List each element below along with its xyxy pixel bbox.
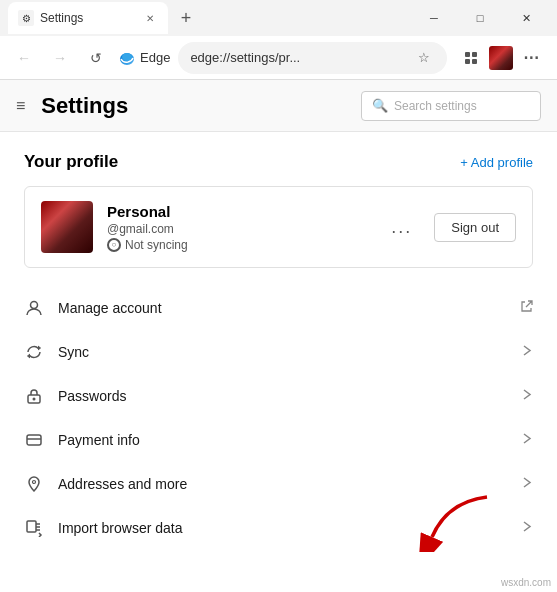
watermark: wsxdn.com bbox=[501, 577, 551, 588]
content-area: ≡ Settings 🔍 Search settings Your profil… bbox=[0, 80, 557, 592]
menu-item-sync[interactable]: Sync bbox=[0, 330, 557, 374]
close-tab-button[interactable]: ✕ bbox=[142, 10, 158, 26]
title-bar: ⚙ Settings ✕ + ─ □ ✕ bbox=[0, 0, 557, 36]
minimize-button[interactable]: ─ bbox=[411, 2, 457, 34]
menu-item-payment-info[interactable]: Payment info bbox=[0, 418, 557, 462]
menu-item-passwords[interactable]: Passwords bbox=[0, 374, 557, 418]
menu-item-import[interactable]: Import browser data bbox=[0, 506, 557, 550]
your-profile-label: Your profile bbox=[24, 152, 118, 172]
window-controls: ─ □ ✕ bbox=[411, 2, 549, 34]
addresses-arrow-icon bbox=[520, 475, 533, 493]
back-button[interactable]: ← bbox=[10, 44, 38, 72]
profile-more-button[interactable]: ... bbox=[383, 213, 420, 242]
svg-point-11 bbox=[33, 481, 36, 484]
address-field[interactable]: edge://settings/pr... ☆ bbox=[178, 42, 447, 74]
svg-rect-4 bbox=[465, 59, 470, 64]
forward-button[interactable]: → bbox=[46, 44, 74, 72]
search-placeholder: Search settings bbox=[394, 99, 477, 113]
profile-card: Personal @gmail.com ○ Not syncing ... Si… bbox=[24, 186, 533, 268]
sync-status: ○ Not syncing bbox=[107, 238, 369, 252]
menu-item-manage-account[interactable]: Manage account bbox=[0, 286, 557, 330]
maximize-button[interactable]: □ bbox=[457, 2, 503, 34]
manage-account-external-icon bbox=[520, 299, 533, 317]
more-tools-icon[interactable]: ⋯ bbox=[515, 42, 547, 74]
svg-rect-5 bbox=[472, 59, 477, 64]
svg-rect-9 bbox=[27, 435, 41, 445]
menu-list: Manage accountSyncPasswordsPayment infoA… bbox=[0, 278, 557, 558]
sync-icon bbox=[24, 342, 44, 362]
browser-actions: ⋯ bbox=[455, 42, 547, 74]
search-settings[interactable]: 🔍 Search settings bbox=[361, 91, 541, 121]
svg-rect-3 bbox=[472, 52, 477, 57]
not-syncing-icon: ○ bbox=[107, 238, 121, 252]
profile-email: @gmail.com bbox=[107, 222, 369, 236]
favorite-icon[interactable]: ☆ bbox=[413, 47, 435, 69]
profile-picture bbox=[41, 201, 93, 253]
collections-icon[interactable] bbox=[455, 42, 487, 74]
refresh-button[interactable]: ↺ bbox=[82, 44, 110, 72]
menu-item-addresses[interactable]: Addresses and more bbox=[0, 462, 557, 506]
edge-label: Edge bbox=[140, 50, 170, 65]
import-label: Import browser data bbox=[58, 520, 506, 536]
svg-rect-2 bbox=[465, 52, 470, 57]
close-window-button[interactable]: ✕ bbox=[503, 2, 549, 34]
tab-title: Settings bbox=[40, 11, 83, 25]
sync-status-text: Not syncing bbox=[125, 238, 188, 252]
profile-avatar[interactable] bbox=[489, 46, 513, 70]
manage-account-icon bbox=[24, 298, 44, 318]
search-icon: 🔍 bbox=[372, 98, 388, 113]
tab-settings-icon: ⚙ bbox=[18, 10, 34, 26]
addresses-label: Addresses and more bbox=[58, 476, 506, 492]
passwords-arrow-icon bbox=[520, 387, 533, 405]
sync-arrow-icon bbox=[520, 343, 533, 361]
active-tab[interactable]: ⚙ Settings ✕ bbox=[8, 2, 168, 34]
address-text: edge://settings/pr... bbox=[190, 50, 407, 65]
sync-label: Sync bbox=[58, 344, 506, 360]
settings-header: ≡ Settings 🔍 Search settings bbox=[0, 80, 557, 132]
address-bar: ← → ↺ Edge edge bbox=[0, 36, 557, 80]
payment-info-icon bbox=[24, 430, 44, 450]
address-icons: ☆ bbox=[413, 47, 435, 69]
profile-section: Your profile + Add profile Personal @gma… bbox=[0, 132, 557, 278]
hamburger-menu-icon[interactable]: ≡ bbox=[16, 97, 25, 115]
passwords-label: Passwords bbox=[58, 388, 506, 404]
profile-section-header: Your profile + Add profile bbox=[24, 152, 533, 172]
import-arrow-icon bbox=[520, 519, 533, 537]
import-icon bbox=[24, 518, 44, 538]
payment-info-label: Payment info bbox=[58, 432, 506, 448]
svg-rect-12 bbox=[27, 521, 36, 532]
add-profile-button[interactable]: + Add profile bbox=[460, 155, 533, 170]
passwords-icon bbox=[24, 386, 44, 406]
manage-account-label: Manage account bbox=[58, 300, 506, 316]
tab-area: ⚙ Settings ✕ + bbox=[8, 0, 411, 36]
svg-point-8 bbox=[33, 398, 36, 401]
profile-info: Personal @gmail.com ○ Not syncing bbox=[107, 203, 369, 252]
sign-out-button[interactable]: Sign out bbox=[434, 213, 516, 242]
page-title: Settings bbox=[41, 93, 345, 119]
svg-point-1 bbox=[122, 53, 132, 61]
profile-name: Personal bbox=[107, 203, 369, 220]
svg-point-6 bbox=[31, 302, 38, 309]
edge-logo-area: Edge bbox=[118, 49, 170, 67]
new-tab-button[interactable]: + bbox=[172, 4, 200, 32]
payment-info-arrow-icon bbox=[520, 431, 533, 449]
addresses-icon bbox=[24, 474, 44, 494]
edge-logo-icon bbox=[118, 49, 136, 67]
